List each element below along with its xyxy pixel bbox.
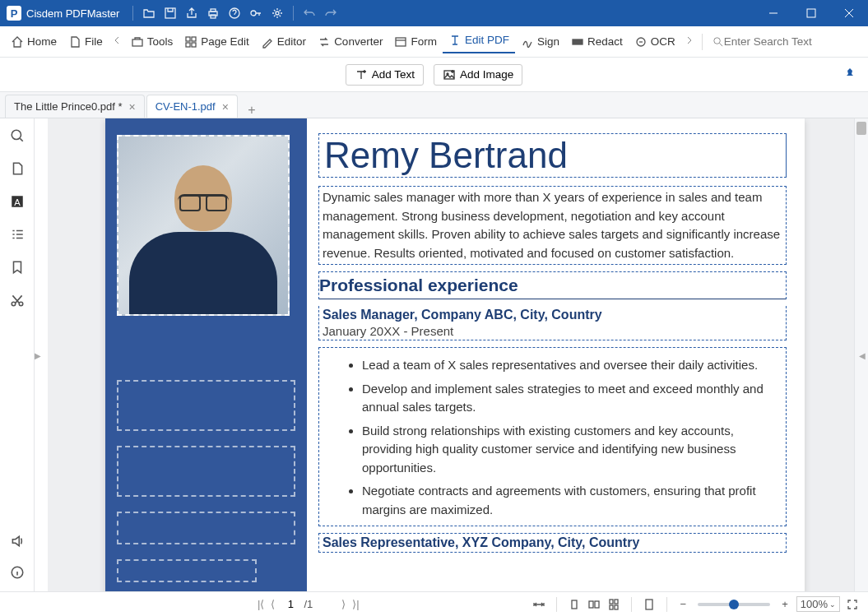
- list-item: Develop and implement sales strategies t…: [362, 380, 782, 417]
- zoom-slider[interactable]: [698, 603, 770, 606]
- svg-rect-11: [186, 43, 190, 47]
- close-icon[interactable]: ×: [129, 100, 136, 113]
- add-tab-button[interactable]: +: [239, 103, 264, 118]
- fullscreen-icon[interactable]: [845, 597, 860, 612]
- share-icon[interactable]: [184, 6, 199, 21]
- edit-pdf-button[interactable]: Edit PDF: [443, 30, 515, 53]
- scrollbar-thumb[interactable]: [856, 122, 866, 135]
- chevron-right-icon[interactable]: [681, 35, 698, 48]
- svg-rect-32: [646, 600, 652, 609]
- fit-width-icon[interactable]: [531, 597, 546, 612]
- close-icon[interactable]: ×: [222, 100, 229, 113]
- ocr-button[interactable]: OCR: [629, 30, 681, 53]
- page-edit-label: Page Edit: [201, 35, 249, 48]
- svg-rect-2: [211, 9, 216, 12]
- file-button[interactable]: File: [63, 30, 109, 53]
- right-scrollbar[interactable]: ◀: [854, 118, 868, 591]
- expand-left-icon[interactable]: ▶: [35, 350, 41, 359]
- svg-point-5: [251, 11, 256, 16]
- edit-sub-toolbar: Add Text Add Image: [0, 58, 868, 92]
- search-box[interactable]: [707, 35, 863, 48]
- zoom-select[interactable]: 100%⌄: [796, 596, 840, 612]
- job2-box[interactable]: Sales Representative, XYZ Company, City,…: [318, 533, 787, 553]
- pdf-page: Remy Bertrand Dynamic sales manager with…: [105, 118, 805, 591]
- chevron-left-icon[interactable]: [109, 35, 125, 48]
- bullets-box[interactable]: Lead a team of X sales representatives a…: [318, 347, 787, 526]
- svg-rect-13: [396, 38, 406, 46]
- list-item: Lead a team of X sales representatives a…: [362, 356, 782, 375]
- cv-sidebar: [105, 118, 307, 591]
- sign-button[interactable]: Sign: [515, 30, 565, 53]
- editor-button[interactable]: Editor: [255, 30, 312, 53]
- profile-photo[interactable]: [117, 135, 290, 316]
- list-item: Build strong relationships with existing…: [362, 422, 782, 478]
- save-icon[interactable]: [163, 6, 178, 21]
- bookmark-panel-icon[interactable]: [8, 258, 26, 276]
- zoom-in-icon[interactable]: +: [778, 598, 791, 610]
- last-page-icon[interactable]: ⟩|: [350, 598, 361, 610]
- outline-panel-icon[interactable]: [8, 225, 26, 243]
- cv-main: Remy Bertrand Dynamic sales manager with…: [307, 118, 805, 591]
- job-block[interactable]: Sales Manager, Company ABC, City, Countr…: [318, 306, 787, 340]
- svg-rect-29: [610, 605, 613, 609]
- open-icon[interactable]: [142, 6, 156, 21]
- two-page-icon[interactable]: [587, 597, 601, 612]
- redo-icon[interactable]: [323, 6, 338, 21]
- text-panel-icon[interactable]: A: [8, 192, 26, 211]
- info-icon[interactable]: [8, 563, 26, 581]
- tab-cv[interactable]: CV-EN-1.pdf×: [146, 95, 238, 118]
- sidebar-textbox[interactable]: [117, 380, 295, 431]
- prev-page-icon[interactable]: ⟨: [268, 598, 277, 610]
- document-area[interactable]: Remy Bertrand Dynamic sales manager with…: [48, 118, 854, 591]
- home-button[interactable]: Home: [5, 30, 63, 53]
- svg-rect-25: [572, 600, 577, 609]
- add-image-button[interactable]: Add Image: [434, 64, 522, 86]
- redact-button[interactable]: Redact: [565, 30, 629, 53]
- cut-icon[interactable]: [8, 291, 26, 309]
- home-label: Home: [27, 35, 57, 48]
- summary-textbox[interactable]: Dynamic sales manager with more than X y…: [318, 186, 787, 265]
- first-page-icon[interactable]: |⟨: [255, 598, 267, 610]
- print-icon[interactable]: [206, 6, 220, 21]
- close-button[interactable]: [830, 0, 868, 26]
- next-page-icon[interactable]: ⟩: [339, 598, 348, 610]
- zoom-out-icon[interactable]: −: [677, 598, 690, 610]
- search-input[interactable]: [724, 35, 856, 48]
- cv-name[interactable]: Remy Bertrand: [318, 133, 787, 178]
- section-heading-box[interactable]: Professional experience: [318, 271, 787, 299]
- sidebar-textbox[interactable]: [117, 446, 295, 497]
- expand-right-icon[interactable]: ◀: [859, 350, 866, 359]
- continuous-icon[interactable]: [606, 597, 621, 612]
- read-mode-icon[interactable]: [642, 597, 657, 612]
- tab-label: CV-EN-1.pdf: [155, 100, 216, 113]
- page-number-input[interactable]: [279, 598, 302, 610]
- svg-rect-8: [132, 39, 142, 46]
- page-panel-icon[interactable]: [8, 160, 26, 178]
- workspace: A ▶ Remy Bertrand Dynamic sales manager …: [0, 118, 868, 591]
- form-button[interactable]: Form: [388, 30, 443, 53]
- converter-button[interactable]: Converter: [312, 30, 388, 53]
- single-page-icon[interactable]: [567, 597, 582, 612]
- help-icon[interactable]: [227, 6, 242, 21]
- app-name: Cisdem PDFMaster: [26, 7, 119, 20]
- minimize-button[interactable]: [754, 0, 792, 26]
- search-panel-icon[interactable]: [8, 127, 26, 145]
- key-icon[interactable]: [248, 6, 263, 21]
- pin-icon[interactable]: [843, 67, 856, 83]
- file-label: File: [85, 35, 103, 48]
- maximize-button[interactable]: [792, 0, 830, 26]
- sound-icon[interactable]: [8, 532, 26, 550]
- add-text-button[interactable]: Add Text: [346, 64, 424, 86]
- svg-point-16: [714, 38, 721, 44]
- undo-icon[interactable]: [302, 6, 317, 21]
- tools-button[interactable]: Tools: [125, 30, 179, 53]
- tab-little-prince[interactable]: The Little Prince0.pdf *×: [5, 95, 145, 118]
- page-edit-button[interactable]: Page Edit: [179, 30, 255, 53]
- svg-rect-14: [573, 39, 583, 44]
- settings-icon[interactable]: [270, 6, 285, 21]
- main-toolbar: Home File Tools Page Edit Editor Convert…: [0, 26, 868, 58]
- sidebar-textbox[interactable]: [117, 559, 257, 582]
- sidebar-textbox[interactable]: [117, 512, 295, 544]
- svg-rect-26: [589, 601, 593, 608]
- svg-rect-31: [615, 605, 618, 609]
